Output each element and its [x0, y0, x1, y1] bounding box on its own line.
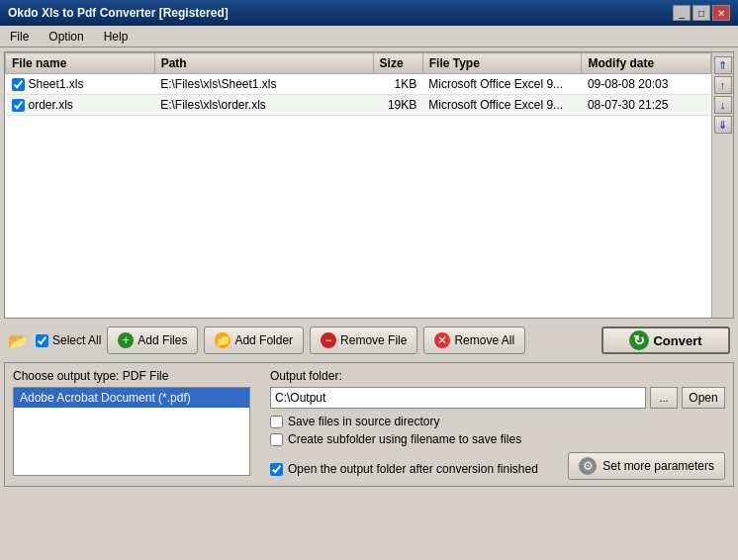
remove-file-icon: −	[321, 332, 336, 348]
convert-icon: ↻	[629, 330, 649, 350]
col-header-filetype: File Type	[422, 53, 582, 74]
checkbox-row-1: Save files in source directory	[270, 415, 725, 428]
output-type-label: Choose output type: PDF File	[13, 369, 250, 383]
cell-path: E:\Files\xls\order.xls	[154, 95, 373, 116]
checkbox-row-2: Create subfolder using filename to save …	[270, 432, 725, 446]
open-label: Open	[689, 391, 717, 405]
create-subfolder-checkbox[interactable]	[270, 433, 283, 446]
cell-size: 19KB	[373, 95, 422, 116]
folder-row: ... Open	[270, 387, 725, 409]
gear-icon: ⚙	[579, 457, 597, 475]
move-up-button[interactable]: ↑	[714, 76, 732, 94]
close-button[interactable]: ✕	[712, 5, 730, 21]
cell-moddate: 08-07-30 21:25	[582, 95, 711, 116]
open-after-label: Open the output folder after conversion …	[288, 462, 538, 476]
output-type-panel: Choose output type: PDF File Adobe Acrob…	[13, 369, 250, 480]
col-header-filename: File name	[6, 53, 155, 74]
cell-filename: order.xls	[6, 95, 155, 116]
open-folder-button[interactable]: Open	[682, 387, 725, 409]
add-files-icon: +	[118, 332, 134, 348]
add-files-button[interactable]: + Add Files	[107, 327, 198, 354]
select-all-area: Select All	[36, 333, 101, 347]
remove-all-button[interactable]: ✕ Remove All	[423, 327, 525, 354]
select-all-checkbox[interactable]	[36, 334, 48, 347]
col-header-moddate: Modify date	[582, 53, 711, 74]
checkbox-row-3: Open the output folder after conversion …	[270, 462, 538, 476]
minimize-button[interactable]: _	[673, 5, 691, 21]
bottom-row: Open the output folder after conversion …	[270, 450, 725, 480]
save-source-checkbox[interactable]	[270, 416, 283, 428]
remove-file-label: Remove File	[340, 333, 407, 347]
window-controls: _ □ ✕	[673, 5, 730, 21]
row-checkbox-1[interactable]	[12, 99, 25, 112]
cell-moddate: 09-08-08 20:03	[582, 74, 711, 95]
upload-folder-icon	[8, 331, 30, 349]
cell-filetype: Microsoft Office Excel 9...	[422, 74, 582, 95]
move-to-top-button[interactable]: ⇑	[714, 56, 732, 74]
table-row: Sheet1.xls E:\Files\xls\Sheet1.xls 1KB M…	[6, 74, 711, 95]
row-checkbox-0[interactable]	[12, 78, 25, 91]
side-arrows-panel: ⇑ ↑ ↓ ⇓	[711, 52, 733, 318]
window-title: Okdo Xls to Pdf Converter [Registered]	[8, 6, 229, 20]
browse-button[interactable]: ...	[650, 387, 678, 409]
file-list-container: File name Path Size File Type Modify dat	[4, 51, 734, 319]
output-folder-panel: Output folder: ... Open Save files in so…	[270, 369, 725, 480]
output-section: Choose output type: PDF File Adobe Acrob…	[4, 362, 734, 487]
add-folder-icon: 📁	[215, 332, 231, 348]
move-down-button[interactable]: ↓	[714, 96, 732, 114]
output-folder-input[interactable]	[270, 387, 646, 409]
add-folder-label: Add Folder	[234, 333, 293, 347]
convert-label: Convert	[653, 333, 701, 348]
title-bar: Okdo Xls to Pdf Converter [Registered] _…	[0, 0, 738, 26]
file-table: File name Path Size File Type Modify dat	[5, 52, 711, 116]
move-to-bottom-button[interactable]: ⇓	[714, 116, 732, 134]
set-more-params-button[interactable]: ⚙ Set more parameters	[568, 452, 725, 480]
menu-option[interactable]: Option	[43, 28, 89, 46]
table-row: order.xls E:\Files\xls\order.xls 19KB Mi…	[6, 95, 711, 116]
output-type-list[interactable]: Adobe Acrobat Document (*.pdf)	[13, 387, 250, 476]
set-more-params-label: Set more parameters	[602, 459, 714, 473]
menu-help[interactable]: Help	[98, 28, 135, 46]
menu-file[interactable]: File	[4, 28, 35, 46]
cell-filetype: Microsoft Office Excel 9...	[422, 95, 582, 116]
col-header-path: Path	[154, 53, 373, 74]
menu-bar: File Option Help	[0, 26, 738, 47]
remove-all-label: Remove All	[454, 333, 514, 347]
cell-filename: Sheet1.xls	[6, 74, 155, 95]
add-files-label: Add Files	[138, 333, 187, 347]
output-folder-label: Output folder:	[270, 369, 725, 383]
cell-path: E:\Files\xls\Sheet1.xls	[154, 74, 373, 95]
output-type-item-pdf[interactable]: Adobe Acrobat Document (*.pdf)	[14, 388, 249, 408]
file-table-wrapper: File name Path Size File Type Modify dat	[5, 52, 711, 318]
save-source-label: Save files in source directory	[288, 415, 439, 428]
select-all-label: Select All	[52, 333, 101, 347]
col-header-size: Size	[373, 53, 422, 74]
open-after-conversion-checkbox[interactable]	[270, 463, 283, 476]
maximize-button[interactable]: □	[692, 5, 710, 21]
action-controls-row: Select All + Add Files 📁 Add Folder − Re…	[4, 323, 734, 358]
main-content: File name Path Size File Type Modify dat	[0, 47, 738, 560]
remove-file-button[interactable]: − Remove File	[310, 327, 417, 354]
add-folder-button[interactable]: 📁 Add Folder	[204, 327, 304, 354]
convert-button[interactable]: ↻ Convert	[601, 327, 730, 354]
browse-label: ...	[659, 392, 668, 404]
remove-all-icon: ✕	[434, 332, 450, 348]
create-subfolder-label: Create subfolder using filename to save …	[288, 432, 521, 446]
cell-size: 1KB	[373, 74, 422, 95]
